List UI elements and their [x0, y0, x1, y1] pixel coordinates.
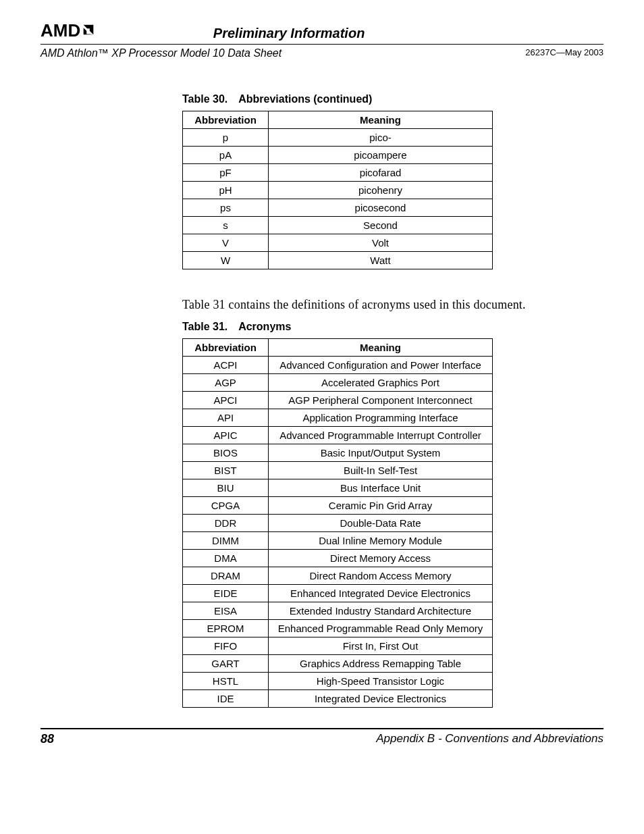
meaning-cell: Double-Data Rate: [269, 515, 493, 532]
abbr-cell: APCI: [183, 392, 269, 409]
meaning-cell: Integrated Device Electronics: [269, 690, 493, 708]
table30-caption-text: Abbreviations (continued): [238, 93, 372, 105]
meaning-cell: Application Programming Interface: [269, 409, 493, 427]
subheader-row: AMD Athlon™ XP Processor Model 10 Data S…: [41, 47, 603, 59]
abbr-cell: AGP: [183, 374, 269, 392]
table-row: EISAExtended Industry Standard Architect…: [183, 602, 493, 620]
table-row: pspicosecond: [183, 199, 493, 217]
abbr-cell: DDR: [183, 515, 269, 532]
footer: 88 Appendix B - Conventions and Abbrevia…: [41, 728, 603, 746]
appendix-title: Appendix B - Conventions and Abbreviatio…: [376, 732, 603, 746]
abbr-cell: BIST: [183, 462, 269, 479]
table-row: DDRDouble-Data Rate: [183, 515, 493, 532]
header-top-row: AMD Preliminary Information: [41, 20, 603, 41]
abbr-cell: s: [183, 217, 269, 234]
meaning-cell: picohenry: [269, 182, 493, 199]
table-row: EPROMEnhanced Programmable Read Only Mem…: [183, 620, 493, 637]
table31: Abbreviation Meaning ACPIAdvanced Config…: [182, 338, 493, 708]
table-row: APIApplication Programming Interface: [183, 409, 493, 427]
table-row: ppico-: [183, 129, 493, 147]
abbr-cell: ps: [183, 199, 269, 217]
table-row: ACPIAdvanced Configuration and Power Int…: [183, 357, 493, 374]
meaning-cell: AGP Peripheral Component Interconnect: [269, 392, 493, 409]
preliminary-info: Preliminary Information: [35, 26, 543, 41]
meaning-cell: picoampere: [269, 147, 493, 164]
table-row: CPGACeramic Pin Grid Array: [183, 497, 493, 515]
meaning-cell: First In, First Out: [269, 637, 493, 655]
page-number: 88: [41, 732, 54, 746]
abbr-cell: IDE: [183, 690, 269, 708]
table-row: VVolt: [183, 234, 493, 252]
abbr-cell: BIOS: [183, 444, 269, 462]
intro-paragraph: Table 31 contains the definitions of acr…: [182, 296, 603, 313]
table-row: GARTGraphics Address Remapping Table: [183, 655, 493, 673]
abbr-cell: V: [183, 234, 269, 252]
table30-header-abbr: Abbreviation: [183, 111, 269, 129]
table31-header-abbr: Abbreviation: [183, 339, 269, 357]
table31-caption-num: Table 31.: [182, 321, 227, 332]
table-row: BIUBus Interface Unit: [183, 479, 493, 497]
table-row: sSecond: [183, 217, 493, 234]
abbr-cell: DRAM: [183, 567, 269, 585]
table31-header-meaning: Meaning: [269, 339, 493, 357]
abbr-cell: API: [183, 409, 269, 427]
table30-caption-num: Table 30.: [182, 93, 227, 105]
table-row: APCIAGP Peripheral Component Interconnec…: [183, 392, 493, 409]
table-row: pApicoampere: [183, 147, 493, 164]
doc-title: AMD Athlon™ XP Processor Model 10 Data S…: [41, 47, 281, 59]
abbr-cell: EPROM: [183, 620, 269, 637]
meaning-cell: picosecond: [269, 199, 493, 217]
table-header-row: Abbreviation Meaning: [183, 111, 493, 129]
table-row: WWatt: [183, 252, 493, 269]
table-row: APICAdvanced Programmable Interrupt Cont…: [183, 427, 493, 444]
meaning-cell: Dual Inline Memory Module: [269, 532, 493, 550]
meaning-cell: Direct Random Access Memory: [269, 567, 493, 585]
table-row: HSTLHigh-Speed Transistor Logic: [183, 673, 493, 690]
table-row: IDEIntegrated Device Electronics: [183, 690, 493, 708]
meaning-cell: pico-: [269, 129, 493, 147]
table31-caption-text: Acronyms: [238, 321, 291, 332]
table-header-row: Abbreviation Meaning: [183, 339, 493, 357]
abbr-cell: CPGA: [183, 497, 269, 515]
abbr-cell: p: [183, 129, 269, 147]
abbr-cell: BIU: [183, 479, 269, 497]
doc-id: 26237C—May 2003: [525, 47, 603, 59]
meaning-cell: picofarad: [269, 164, 493, 182]
table30-caption: Table 30. Abbreviations (continued): [182, 93, 603, 105]
meaning-cell: Enhanced Integrated Device Electronics: [269, 585, 493, 602]
meaning-cell: Volt: [269, 234, 493, 252]
table30: Abbreviation Meaning ppico-pApicoamperep…: [182, 111, 493, 269]
meaning-cell: Bus Interface Unit: [269, 479, 493, 497]
abbr-cell: GART: [183, 655, 269, 673]
meaning-cell: Enhanced Programmable Read Only Memory: [269, 620, 493, 637]
meaning-cell: Second: [269, 217, 493, 234]
table-row: BIOSBasic Input/Output System: [183, 444, 493, 462]
abbr-cell: EIDE: [183, 585, 269, 602]
meaning-cell: High-Speed Transistor Logic: [269, 673, 493, 690]
table-row: FIFOFirst In, First Out: [183, 637, 493, 655]
meaning-cell: Basic Input/Output System: [269, 444, 493, 462]
table-row: AGPAccelerated Graphics Port: [183, 374, 493, 392]
abbr-cell: DMA: [183, 550, 269, 567]
abbr-cell: pH: [183, 182, 269, 199]
meaning-cell: Graphics Address Remapping Table: [269, 655, 493, 673]
table-row: pHpicohenry: [183, 182, 493, 199]
header-rule: [41, 44, 603, 45]
meaning-cell: Advanced Configuration and Power Interfa…: [269, 357, 493, 374]
meaning-cell: Accelerated Graphics Port: [269, 374, 493, 392]
meaning-cell: Ceramic Pin Grid Array: [269, 497, 493, 515]
abbr-cell: DIMM: [183, 532, 269, 550]
table31-caption: Table 31. Acronyms: [182, 321, 603, 333]
footer-rule: [41, 728, 603, 729]
abbr-cell: pA: [183, 147, 269, 164]
meaning-cell: Built-In Self-Test: [269, 462, 493, 479]
table-row: EIDEEnhanced Integrated Device Electroni…: [183, 585, 493, 602]
abbr-cell: ACPI: [183, 357, 269, 374]
meaning-cell: Extended Industry Standard Architecture: [269, 602, 493, 620]
abbr-cell: HSTL: [183, 673, 269, 690]
meaning-cell: Advanced Programmable Interrupt Controll…: [269, 427, 493, 444]
table-row: DIMMDual Inline Memory Module: [183, 532, 493, 550]
table-row: BISTBuilt-In Self-Test: [183, 462, 493, 479]
table-row: DRAMDirect Random Access Memory: [183, 567, 493, 585]
table30-header-meaning: Meaning: [269, 111, 493, 129]
